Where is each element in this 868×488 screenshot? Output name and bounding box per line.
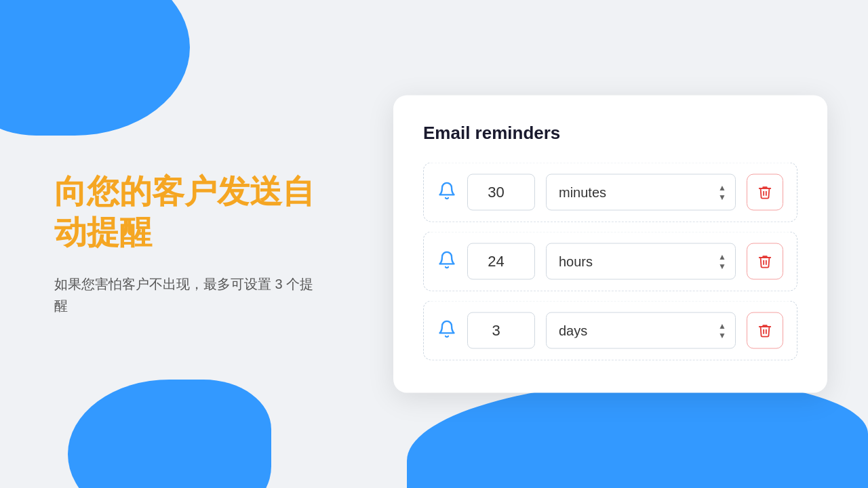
unit-select-wrapper-3: minuteshoursdays▲▼	[546, 312, 736, 349]
unit-select-1[interactable]: minuteshoursdays	[546, 174, 736, 211]
reminder-row-2: minuteshoursdays▲▼	[423, 232, 797, 291]
number-input-1[interactable]	[467, 174, 535, 211]
card-title: Email reminders	[423, 123, 797, 144]
unit-select-2[interactable]: minuteshoursdays	[546, 243, 736, 280]
number-input-3[interactable]	[467, 312, 535, 349]
bell-icon-1	[437, 181, 456, 203]
reminder-list: minuteshoursdays▲▼ minuteshoursdays▲▼ mi…	[423, 163, 797, 361]
email-reminders-card: Email reminders minuteshoursdays▲▼ minut…	[393, 96, 827, 393]
unit-select-wrapper-2: minuteshoursdays▲▼	[546, 243, 736, 280]
subtitle: 如果您害怕客户不出现，最多可设置 3 个提醒	[54, 273, 326, 317]
delete-button-2[interactable]	[747, 243, 783, 280]
bell-icon-2	[437, 250, 456, 272]
unit-select-wrapper-1: minuteshoursdays▲▼	[546, 174, 736, 211]
delete-button-1[interactable]	[747, 174, 783, 211]
bell-icon-3	[437, 319, 456, 342]
delete-button-3[interactable]	[747, 312, 783, 349]
main-title: 向您的客户发送自动提醒	[54, 171, 326, 253]
unit-select-3[interactable]: minuteshoursdays	[546, 312, 736, 349]
reminder-row-3: minuteshoursdays▲▼	[423, 301, 797, 361]
blob-bottom-right	[407, 380, 868, 488]
left-panel: 向您的客户发送自动提醒 如果您害怕客户不出现，最多可设置 3 个提醒	[0, 0, 380, 488]
number-input-2[interactable]	[467, 243, 535, 280]
reminder-row-1: minuteshoursdays▲▼	[423, 163, 797, 222]
